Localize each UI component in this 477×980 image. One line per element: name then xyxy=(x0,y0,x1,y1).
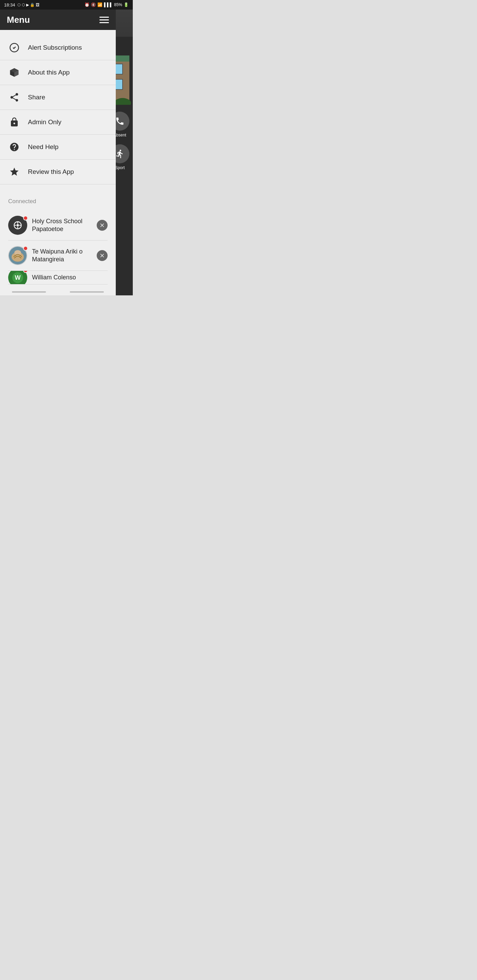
svg-point-16 xyxy=(17,224,19,227)
te-waipuna-remove-button[interactable] xyxy=(97,250,108,261)
menu-item-share[interactable]: Share xyxy=(0,85,116,110)
app-icons: ⬡ ⬡ ▶ 🔒 🖼 xyxy=(18,3,40,7)
te-waipuna-info: Te Waipuna Ariki o Matangireia xyxy=(32,248,92,264)
menu-section: Alert Subscriptions About this App xyxy=(0,30,116,190)
share-label: Share xyxy=(28,94,45,101)
connected-section: Connected xyxy=(0,190,116,288)
william-colenso-avatar: W xyxy=(8,271,27,285)
william-colenso-notification xyxy=(23,271,28,273)
menu-item-alert-subscriptions[interactable]: Alert Subscriptions xyxy=(0,35,116,60)
battery: 85% xyxy=(114,2,122,7)
menu-item-admin-only[interactable]: Admin Only xyxy=(0,110,116,135)
checkmark-circle-icon xyxy=(8,41,21,54)
menu-item-about-app[interactable]: About this App xyxy=(0,60,116,85)
review-app-label: Review this App xyxy=(28,168,74,176)
star-icon xyxy=(8,166,21,178)
sport-label: Sport xyxy=(115,165,125,170)
school-item-william-colenso[interactable]: W William Colenso xyxy=(8,271,108,285)
status-left: 18:34 ⬡ ⬡ ▶ 🔒 🖼 xyxy=(4,2,40,8)
admin-only-label: Admin Only xyxy=(28,118,61,126)
te-waipuna-name: Te Waipuna Ariki o Matangireia xyxy=(32,248,82,263)
menu-item-review-app[interactable]: Review this App xyxy=(0,159,116,185)
status-bar: 18:34 ⬡ ⬡ ▶ 🔒 🖼 ⏰ 🔇 📶 ▌▌▌ 85% 🔋 xyxy=(0,0,133,10)
share-icon xyxy=(8,91,21,103)
school-item-te-waipuna[interactable]: Te Waipuna Ariki o Matangireia xyxy=(8,240,108,271)
about-app-label: About this App xyxy=(28,69,70,76)
scroll-bar-2[interactable] xyxy=(70,291,104,293)
alarm-icon: ⏰ xyxy=(85,2,89,7)
william-colenso-info: William Colenso xyxy=(32,274,108,282)
drawer-title: Menu xyxy=(7,14,30,25)
need-help-label: Need Help xyxy=(28,143,59,151)
scroll-indicators xyxy=(0,288,116,295)
alert-subscriptions-label: Alert Subscriptions xyxy=(28,44,82,51)
time: 18:34 xyxy=(4,2,15,8)
wifi-icon: 📶 xyxy=(97,2,102,7)
drawer-header: Menu xyxy=(0,10,116,30)
scroll-bar-1[interactable] xyxy=(12,291,46,293)
holy-cross-notification xyxy=(23,216,28,221)
mute-icon: 🔇 xyxy=(91,2,96,7)
menu-item-need-help[interactable]: Need Help xyxy=(0,135,116,159)
william-colenso-name: William Colenso xyxy=(32,274,76,281)
cube-icon xyxy=(8,66,21,79)
holy-cross-name: Holy Cross School Papatoetoe xyxy=(32,218,82,232)
school-item-holy-cross[interactable]: Holy Cross School Papatoetoe xyxy=(8,210,108,240)
status-right: ⏰ 🔇 📶 ▌▌▌ 85% 🔋 xyxy=(85,2,129,7)
holy-cross-remove-button[interactable] xyxy=(97,220,108,231)
app-wrapper: Absent Sport Menu xyxy=(0,10,133,295)
signal-icon: ▌▌▌ xyxy=(104,2,113,7)
te-waipuna-notification xyxy=(23,246,28,251)
connected-title: Connected xyxy=(8,198,108,205)
help-circle-icon xyxy=(8,141,21,153)
hamburger-button[interactable] xyxy=(99,17,109,23)
svg-text:W: W xyxy=(15,274,21,281)
holy-cross-info: Holy Cross School Papatoetoe xyxy=(32,218,92,234)
battery-icon: 🔋 xyxy=(124,2,129,7)
drawer-menu: Menu Alert Subscriptions xyxy=(0,10,116,295)
lock-icon xyxy=(8,116,21,128)
